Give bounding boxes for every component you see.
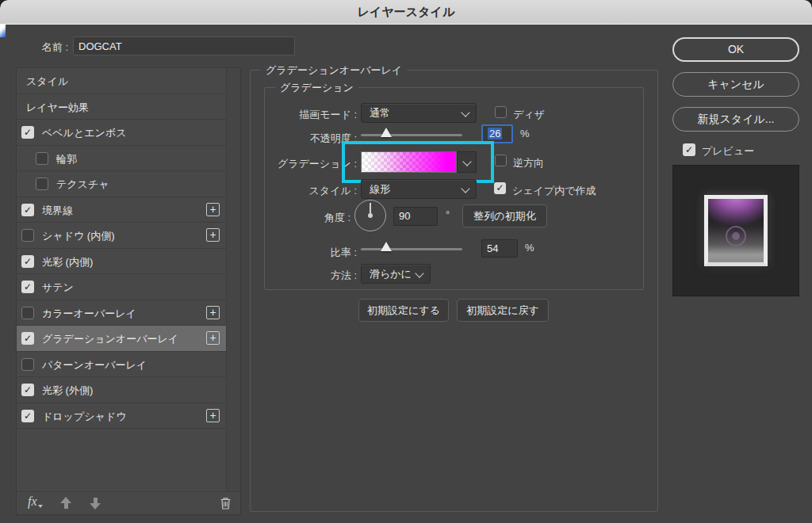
gradient-swatch[interactable] [361, 151, 457, 173]
reverse-label: 逆方向 [513, 156, 544, 170]
sidebar-item-label: カラーオーバーレイ [42, 307, 136, 321]
effect-checkbox[interactable]: ✓ [21, 281, 34, 293]
sidebar-item-label: グラデーションオーバーレイ [42, 332, 178, 346]
sidebar-scrollbar[interactable] [226, 68, 240, 492]
sidebar-item-label: 輪郭 [56, 152, 77, 166]
effect-checkbox[interactable]: ✓ [21, 126, 34, 139]
sidebar-item-label: ドロップシャドウ [42, 410, 126, 424]
sidebar-item-label: ベベルとエンボス [42, 126, 126, 140]
effect-checkbox[interactable] [36, 178, 48, 190]
align-checkbox[interactable]: ✓ [494, 182, 506, 194]
sidebar-item[interactable]: カラーオーバーレイ+ [17, 300, 226, 326]
chevron-down-icon [462, 157, 471, 166]
sidebar-item[interactable]: ✓グラデーションオーバーレイ+ [17, 326, 226, 352]
make-default-button[interactable]: 初期設定にする [358, 299, 449, 322]
method-select[interactable]: 滑らかに [361, 264, 431, 284]
preview-art [704, 195, 768, 266]
ok-button[interactable]: OK [672, 37, 799, 62]
dither-checkbox[interactable] [495, 106, 507, 118]
style-label: スタイル : [254, 184, 357, 198]
scale-label: 比率 : [254, 246, 357, 260]
add-effect-button[interactable]: + [206, 409, 220, 422]
window-title: レイヤースタイル [0, 0, 812, 24]
opacity-label: 不透明度 : [254, 132, 357, 146]
sidebar-item[interactable]: シャドウ (内側)+ [17, 223, 226, 249]
sidebar-item-label: サテン [42, 281, 74, 295]
effect-checkbox[interactable] [21, 358, 34, 371]
subgroup-title: グラデーション [275, 81, 358, 95]
reverse-checkbox[interactable] [495, 155, 507, 166]
fx-menu-button[interactable]: fx [28, 494, 37, 509]
add-effect-button[interactable]: + [206, 228, 220, 242]
move-down-button[interactable] [90, 497, 101, 510]
gradient-label: グラデーション : [254, 157, 357, 171]
method-label: 方法 : [254, 269, 357, 283]
sidebar-item[interactable]: 輪郭 [17, 146, 226, 172]
sidebar-item-label: スタイル [26, 74, 68, 89]
angle-value-field[interactable]: 90 [393, 207, 438, 226]
cancel-button[interactable]: キャンセル [672, 72, 799, 97]
opacity-unit: % [520, 128, 530, 139]
effect-checkbox[interactable]: ✓ [21, 332, 34, 345]
opacity-slider-thumb[interactable] [381, 128, 392, 137]
layer-style-dialog: レイヤースタイル 名前 : OK キャンセル 新規スタイル... ✓ プレビュー… [0, 0, 812, 523]
effect-checkbox[interactable] [21, 307, 34, 319]
scale-slider-thumb[interactable] [381, 242, 392, 251]
sidebar-item-label: 境界線 [42, 204, 73, 218]
reset-default-button[interactable]: 初期設定に戻す [457, 299, 549, 322]
window-titlebar: レイヤースタイル [0, 0, 812, 25]
effect-checkbox[interactable]: ✓ [21, 410, 34, 422]
sidebar-item[interactable]: ✓光彩 (外側) [17, 377, 226, 403]
background-window-sliver [0, 25, 6, 37]
align-reset-button[interactable]: 整列の初期化 [462, 204, 547, 227]
move-up-button[interactable] [60, 497, 71, 510]
trash-icon [219, 496, 232, 510]
angle-label: 角度 : [247, 211, 350, 225]
name-label: 名前 : [16, 40, 68, 55]
blend-mode-select[interactable]: 通常 [361, 103, 477, 123]
style-select[interactable]: 線形 [361, 179, 477, 199]
scale-slider[interactable] [361, 248, 462, 250]
sidebar-item[interactable]: レイヤー効果 [17, 94, 226, 120]
effect-checkbox[interactable]: ✓ [21, 204, 34, 216]
effect-checkbox[interactable] [36, 152, 48, 165]
sidebar-item[interactable]: パターンオーバーレイ [17, 352, 226, 378]
scale-value-field[interactable]: 54 [481, 239, 518, 258]
angle-dial[interactable] [354, 200, 386, 231]
effect-checkbox[interactable]: ✓ [21, 384, 34, 396]
sidebar-item[interactable]: ✓境界線+ [17, 197, 226, 223]
preview-checkbox[interactable]: ✓ [683, 143, 695, 156]
sidebar-item[interactable]: スタイル [17, 68, 226, 94]
sidebar-footer: fx [17, 491, 240, 514]
sidebar-item[interactable]: ✓ドロップシャドウ+ [17, 403, 226, 429]
sidebar-item-label: パターンオーバーレイ [42, 358, 147, 372]
group-title: グラデーションオーバーレイ [261, 63, 407, 78]
sidebar-item[interactable]: テクスチャ [17, 171, 226, 197]
opacity-value-field[interactable]: 26 [481, 124, 513, 143]
fx-icon: fx [28, 494, 37, 508]
sidebar-item-label: シャドウ (内側) [42, 229, 115, 243]
sidebar-item[interactable]: ✓ベベルとエンボス [17, 120, 226, 146]
sidebar-panel: スタイルレイヤー効果✓ベベルとエンボス輪郭テクスチャ✓境界線+シャドウ (内側)… [16, 67, 241, 515]
sidebar-item[interactable]: ✓光彩 (内側) [17, 249, 226, 275]
sidebar-item-label: 光彩 (外側) [42, 384, 93, 398]
arrow-down-icon [90, 503, 101, 510]
add-effect-button[interactable]: + [206, 331, 220, 345]
add-effect-button[interactable]: + [206, 203, 220, 216]
effect-checkbox[interactable]: ✓ [21, 255, 34, 268]
align-label: シェイプ内で作成 [512, 184, 596, 198]
arrow-up-icon [60, 497, 71, 503]
new-style-button[interactable]: 新規スタイル... [672, 107, 799, 132]
add-effect-button[interactable]: + [206, 306, 220, 319]
sidebar-item-label: レイヤー効果 [26, 101, 89, 115]
blend-mode-label: 描画モード : [254, 108, 357, 122]
scale-unit: % [525, 242, 534, 254]
effect-checkbox[interactable] [21, 229, 34, 242]
name-input[interactable] [73, 36, 295, 55]
gradient-picker-button[interactable] [457, 151, 477, 173]
preview-thumbnail [672, 165, 799, 296]
sidebar-item[interactable]: ✓サテン [17, 274, 226, 300]
delete-effect-button[interactable] [219, 496, 232, 510]
opacity-slider[interactable] [361, 134, 462, 136]
sidebar-item-label: 光彩 (内側) [42, 255, 93, 269]
